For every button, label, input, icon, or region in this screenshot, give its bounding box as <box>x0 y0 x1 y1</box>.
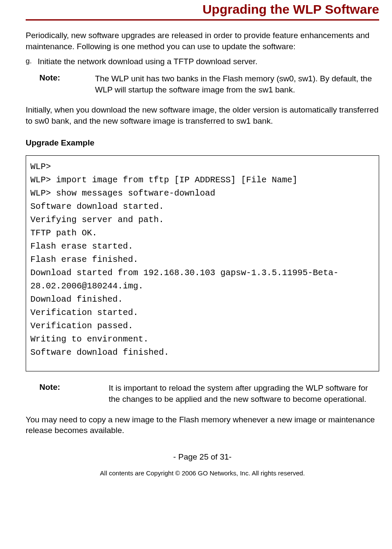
copyright-text: All contents are Copyright © 2006 GO Net… <box>26 469 379 477</box>
note-text: The WLP unit has two banks in the Flash … <box>95 73 379 95</box>
code-line: Download started from 192.168.30.103 gap… <box>30 266 374 293</box>
code-line: Flash erase started. <box>30 240 374 253</box>
code-line: Writing to environment. <box>30 332 374 346</box>
page-title: Upgrading the WLP Software <box>26 2 379 21</box>
code-line: WLP> import image from tftp [IP ADDRESS]… <box>30 173 374 187</box>
code-line: WLP> <box>30 160 374 173</box>
code-line: Flash erase finished. <box>30 253 374 266</box>
intro-paragraph: Periodically, new software upgrades are … <box>26 30 379 52</box>
code-example-box: WLP> WLP> import image from tftp [IP ADD… <box>26 155 379 371</box>
code-line: Verifying server and path. <box>30 213 374 226</box>
code-line: Verification started. <box>30 306 374 319</box>
note-text: It is important to reload the system aft… <box>109 383 379 404</box>
section-heading: Upgrade Example <box>26 138 379 148</box>
note-label: Note: <box>39 73 95 95</box>
note-block: Note: It is important to reload the syst… <box>26 383 379 404</box>
page-number: - Page 25 of 31- <box>26 452 379 462</box>
body-paragraph: You may need to copy a new image to the … <box>26 414 379 436</box>
body-paragraph: Initially, when you download the new sof… <box>26 104 379 126</box>
code-line: Verification passed. <box>30 319 374 332</box>
document-page: Upgrading the WLP Software Periodically,… <box>0 2 392 485</box>
code-line: Software download started. <box>30 200 374 213</box>
code-line: WLP> show messages software-download <box>30 187 374 200</box>
code-line: Download finished. <box>30 293 374 306</box>
list-marker: g. <box>26 56 38 67</box>
list-item-text: Initiate the network download using a TF… <box>38 56 379 67</box>
ordered-list-item: g. Initiate the network download using a… <box>26 56 379 67</box>
code-line: TFTP path OK. <box>30 226 374 240</box>
note-label: Note: <box>26 383 109 404</box>
page-footer: - Page 25 of 31- All contents are Copyri… <box>26 452 379 477</box>
note-block: Note: The WLP unit has two banks in the … <box>39 73 379 95</box>
code-line: Software download finished. <box>30 346 374 359</box>
